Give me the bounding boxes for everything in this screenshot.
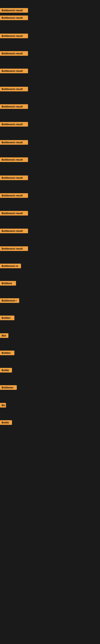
bottleneck-badge[interactable]: Bottleneck result bbox=[0, 158, 28, 162]
bottleneck-badge[interactable]: Bottleneck result bbox=[0, 87, 28, 91]
bottleneck-item-20: Bot bbox=[0, 333, 8, 339]
bottleneck-badge[interactable]: Bottleneck r bbox=[0, 298, 19, 303]
bottleneck-badge[interactable]: Bottlen bbox=[0, 350, 14, 355]
bottleneck-item-17: Bottlene bbox=[0, 281, 16, 286]
bottleneck-badge[interactable]: Bottleneck result bbox=[0, 211, 28, 216]
bottleneck-item-16: Bottleneck re bbox=[0, 264, 21, 269]
bottleneck-item-7: Bottleneck result bbox=[0, 104, 28, 110]
bottleneck-badge[interactable]: Bottleneck result bbox=[0, 228, 28, 233]
bottleneck-badge[interactable]: Bo bbox=[0, 403, 6, 408]
bottleneck-item-8: Bottleneck result bbox=[0, 122, 28, 128]
bottleneck-badge[interactable]: Bottleneck result bbox=[0, 140, 28, 145]
bottleneck-item-24: Bo bbox=[0, 403, 6, 408]
bottleneck-item-22: Bottle bbox=[0, 368, 12, 373]
bottleneck-item-14: Bottleneck result bbox=[0, 228, 28, 234]
bottleneck-badge[interactable]: Bottleneck result bbox=[0, 122, 28, 126]
bottleneck-badge[interactable]: Bottleneck result bbox=[0, 176, 28, 180]
bottleneck-item-12: Bottleneck result bbox=[0, 193, 28, 199]
bottleneck-item-13: Bottleneck result bbox=[0, 211, 28, 216]
bottleneck-item-2: Bottleneck result bbox=[0, 16, 28, 21]
bottleneck-badge[interactable]: Bottleneck result bbox=[0, 104, 28, 109]
bottleneck-item-18: Bottleneck r bbox=[0, 298, 19, 304]
bottleneck-item-15: Bottleneck result bbox=[0, 246, 28, 252]
bottleneck-badge[interactable]: Bottle bbox=[0, 420, 12, 425]
bottleneck-badge[interactable]: Bottleneck result bbox=[0, 193, 28, 198]
bottleneck-badge[interactable]: Bottleneck re bbox=[0, 264, 21, 268]
site-title bbox=[0, 0, 100, 4]
bottleneck-item-9: Bottleneck result bbox=[0, 140, 28, 146]
bottleneck-item-11: Bottleneck result bbox=[0, 176, 28, 181]
bottleneck-item-3: Bottleneck result bbox=[0, 34, 28, 39]
bottleneck-badge[interactable]: Bottleneck result bbox=[0, 34, 28, 38]
bottleneck-item-5: Bottleneck result bbox=[0, 69, 28, 74]
bottleneck-badge[interactable]: Bottlene bbox=[0, 281, 16, 286]
bottleneck-badge[interactable]: Bottleneck result bbox=[0, 8, 28, 13]
bottleneck-badge[interactable]: Bottleneck result bbox=[0, 51, 28, 56]
bottleneck-badge[interactable]: Bot bbox=[0, 333, 8, 338]
bottleneck-badge[interactable]: Bottleneck result bbox=[0, 246, 28, 251]
bottleneck-badge[interactable]: Bottlen bbox=[0, 316, 14, 320]
bottleneck-badge[interactable]: Bottlenec bbox=[0, 385, 17, 390]
bottleneck-badge[interactable]: Bottleneck result bbox=[0, 16, 28, 20]
bottleneck-badge[interactable]: Bottleneck result bbox=[0, 69, 28, 73]
bottleneck-item-23: Bottlenec bbox=[0, 385, 17, 391]
bottleneck-item-6: Bottleneck result bbox=[0, 87, 28, 92]
bottleneck-item-21: Bottlen bbox=[0, 350, 14, 356]
bottleneck-item-19: Bottlen bbox=[0, 316, 14, 321]
bottleneck-badge[interactable]: Bottle bbox=[0, 368, 12, 372]
bottleneck-item-10: Bottleneck result bbox=[0, 158, 28, 163]
bottleneck-item-1: Bottleneck result bbox=[0, 8, 28, 14]
bottleneck-item-25: Bottle bbox=[0, 420, 12, 426]
bottleneck-item-4: Bottleneck result bbox=[0, 51, 28, 56]
